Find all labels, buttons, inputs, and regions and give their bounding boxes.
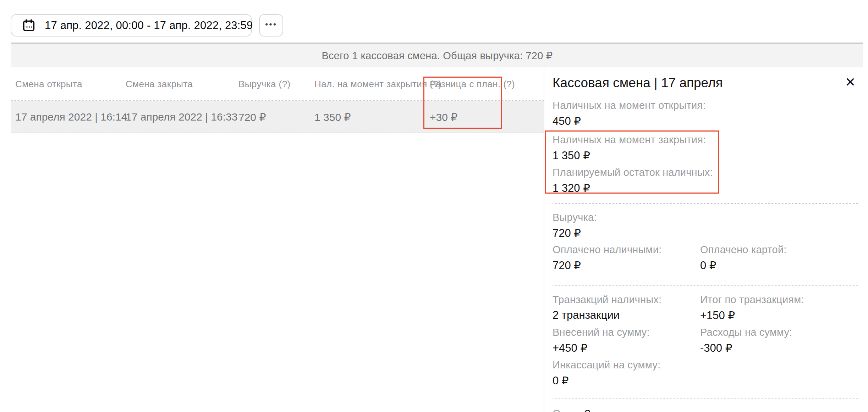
field-value: 0 ₽ <box>553 374 660 387</box>
panel-title: Кассовая смена | 17 апреля <box>553 76 723 90</box>
field-label: Внесений на сумму: <box>553 327 650 338</box>
field-value: 1 350 ₽ <box>553 149 706 162</box>
column-header-plan-difference: Разница с план. (?) <box>430 78 515 89</box>
field-label: Оплачено картой: <box>700 244 787 256</box>
field-value: -300 ₽ <box>700 341 792 355</box>
field-label: Транзакций наличных: <box>553 294 661 306</box>
section-divider <box>553 285 858 286</box>
cell-plan-difference: +30 ₽ <box>430 111 457 123</box>
field-deposits-total: Внесений на сумму: +450 ₽ <box>553 327 650 355</box>
shifts-table: Смена открыта Смена закрыта Выручка (?) … <box>11 67 544 133</box>
field-transactions-total: Итог по транзакциям: +150 ₽ <box>700 294 804 322</box>
field-value: 720 ₽ <box>553 227 597 240</box>
field-label: Оплачено наличными: <box>553 244 661 256</box>
more-options-button[interactable]: ••• <box>259 14 283 37</box>
date-range-label: 17 апр. 2022, 00:00 - 17 апр. 2022, 23:5… <box>45 19 253 32</box>
field-value: 450 ₽ <box>553 115 706 128</box>
column-header-cash-at-close: Нал. на момент закрытия (?) <box>314 78 441 89</box>
field-cash-at-close: Наличных на момент закрытия: 1 350 ₽ <box>553 134 706 162</box>
calendar-icon <box>22 19 35 32</box>
section-divider <box>553 203 858 204</box>
table-row[interactable]: 17 апреля 2022 | 16:14 17 апреля 2022 | … <box>11 101 544 133</box>
field-cash-transactions: Транзакций наличных: 2 транзакции <box>553 294 661 322</box>
field-value: 2 транзакции <box>553 309 661 322</box>
cell-revenue: 720 ₽ <box>238 111 266 123</box>
shift-detail-panel: Кассовая смена | 17 апреля ✕ Наличных на… <box>544 67 868 412</box>
field-collections-total: Инкассаций на сумму: 0 ₽ <box>553 359 660 387</box>
table-header-row: Смена открыта Смена закрыта Выручка (?) … <box>11 67 544 101</box>
field-label: Наличных на момент открытия: <box>553 100 706 111</box>
field-value: 1 320 ₽ <box>553 182 713 195</box>
field-value: +150 ₽ <box>700 309 804 322</box>
section-divider <box>553 398 858 399</box>
field-planned-cash-balance: Планируемый остаток наличных: 1 320 ₽ <box>553 167 713 195</box>
field-label: Наличных на момент закрытия: <box>553 134 706 146</box>
column-header-shift-opened: Смена открыта <box>15 78 82 89</box>
field-label: Планируемый остаток наличных: <box>553 167 713 178</box>
field-label: Инкассаций на сумму: <box>553 359 660 371</box>
close-icon: ✕ <box>845 76 856 89</box>
cell-shift-opened: 17 апреля 2022 | 16:14 <box>15 111 127 123</box>
field-expenses-total: Расходы на сумму: -300 ₽ <box>700 327 792 355</box>
field-paid-card: Оплачено картой: 0 ₽ <box>700 244 787 272</box>
summary-text: Всего 1 кассовая смена. Общая выручка: 7… <box>322 50 553 62</box>
field-label: Расходы на сумму: <box>700 327 792 338</box>
field-revenue: Выручка: 720 ₽ <box>553 212 597 240</box>
ellipsis-icon: ••• <box>265 20 277 31</box>
field-paid-cash: Оплачено наличными: 720 ₽ <box>553 244 661 272</box>
field-cash-at-open: Наличных на момент открытия: 450 ₽ <box>553 100 706 128</box>
cell-cash-at-close: 1 350 ₽ <box>314 111 351 123</box>
date-range-button[interactable]: 17 апр. 2022, 00:00 - 17 апр. 2022, 23:5… <box>11 14 252 37</box>
field-value: +450 ₽ <box>553 341 650 355</box>
column-header-shift-closed: Смена закрыта <box>126 78 193 89</box>
field-label: Выручка: <box>553 212 597 223</box>
field-label: Итог по транзакциям: <box>700 294 804 306</box>
partial-row-value-fragment: 2 <box>584 408 590 412</box>
field-value: 720 ₽ <box>553 259 661 272</box>
shifts-summary-bar: Всего 1 кассовая смена. Общая выручка: 7… <box>11 43 863 67</box>
cell-shift-closed: 17 апреля 2022 | 16:33 <box>126 111 237 123</box>
partial-row-label-fragment: О <box>553 408 561 412</box>
close-button[interactable]: ✕ <box>842 74 859 91</box>
field-value: 0 ₽ <box>700 259 787 272</box>
column-header-revenue: Выручка (?) <box>238 78 291 89</box>
